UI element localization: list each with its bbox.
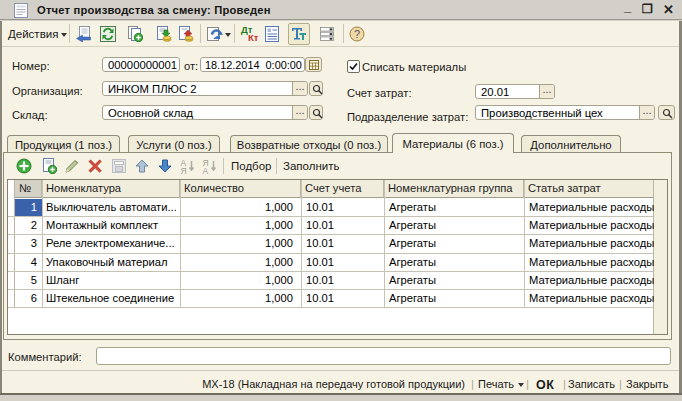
svg-text:А: А [203,166,209,175]
svg-text:Я: Я [181,166,187,175]
svg-text:?: ? [354,28,360,40]
